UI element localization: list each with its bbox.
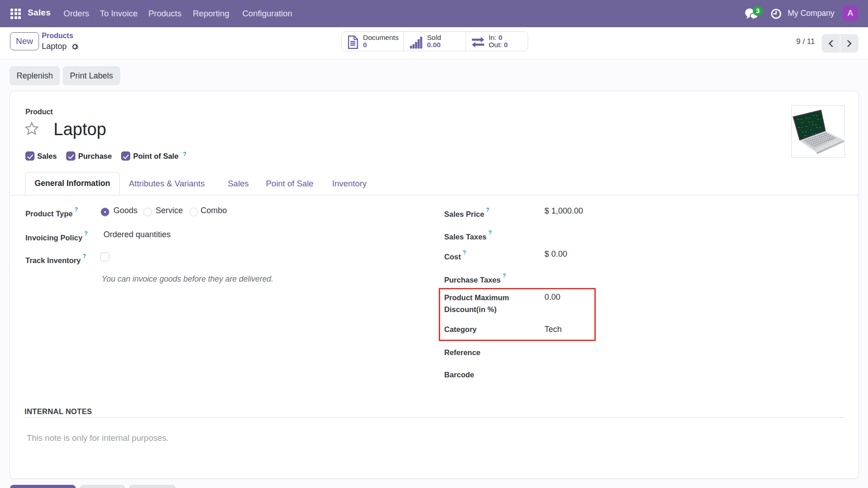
svg-text:3: 3 [756,7,760,15]
